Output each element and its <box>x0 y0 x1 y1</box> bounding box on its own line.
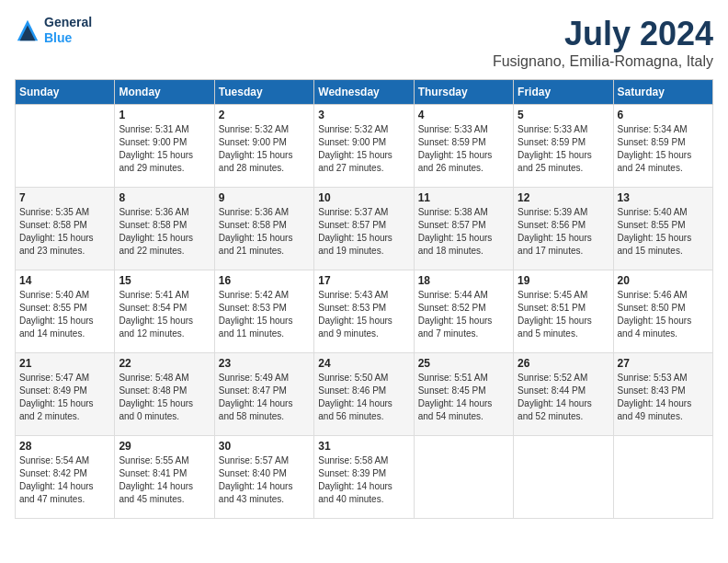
calendar-cell: 21Sunrise: 5:47 AMSunset: 8:49 PMDayligh… <box>16 353 115 436</box>
cell-info: Sunrise: 5:32 AMSunset: 9:00 PMDaylight:… <box>318 123 409 175</box>
calendar-cell: 24Sunrise: 5:50 AMSunset: 8:46 PMDayligh… <box>314 353 414 436</box>
calendar-cell: 30Sunrise: 5:57 AMSunset: 8:40 PMDayligh… <box>214 436 313 519</box>
calendar-cell: 9Sunrise: 5:36 AMSunset: 8:58 PMDaylight… <box>214 188 313 270</box>
cell-info: Sunrise: 5:33 AMSunset: 8:59 PMDaylight:… <box>418 123 509 175</box>
cell-info: Sunrise: 5:34 AMSunset: 8:59 PMDaylight:… <box>618 123 709 175</box>
calendar-cell: 12Sunrise: 5:39 AMSunset: 8:56 PMDayligh… <box>514 188 613 270</box>
calendar-cell: 7Sunrise: 5:35 AMSunset: 8:58 PMDaylight… <box>16 188 115 270</box>
calendar-cell: 15Sunrise: 5:41 AMSunset: 8:54 PMDayligh… <box>115 270 214 353</box>
calendar-cell: 14Sunrise: 5:40 AMSunset: 8:55 PMDayligh… <box>16 270 115 353</box>
day-number: 23 <box>219 357 310 370</box>
weekday-header-saturday: Saturday <box>613 80 712 105</box>
cell-info: Sunrise: 5:37 AMSunset: 8:57 PMDaylight:… <box>318 206 409 258</box>
cell-info: Sunrise: 5:36 AMSunset: 8:58 PMDaylight:… <box>219 206 310 258</box>
calendar-cell: 5Sunrise: 5:33 AMSunset: 8:59 PMDaylight… <box>514 105 613 188</box>
day-number: 24 <box>318 357 409 370</box>
calendar-cell <box>16 105 115 188</box>
day-number: 8 <box>119 191 210 204</box>
logo: General Blue <box>15 15 92 46</box>
day-number: 20 <box>618 274 709 287</box>
calendar-cell: 4Sunrise: 5:33 AMSunset: 8:59 PMDaylight… <box>414 105 513 188</box>
cell-info: Sunrise: 5:44 AMSunset: 8:52 PMDaylight:… <box>418 289 509 340</box>
cell-info: Sunrise: 5:54 AMSunset: 8:42 PMDaylight:… <box>19 454 110 506</box>
cell-info: Sunrise: 5:41 AMSunset: 8:54 PMDaylight:… <box>119 289 210 340</box>
calendar-cell: 18Sunrise: 5:44 AMSunset: 8:52 PMDayligh… <box>414 270 513 353</box>
calendar-cell: 8Sunrise: 5:36 AMSunset: 8:58 PMDaylight… <box>115 188 214 270</box>
logo-text: General Blue <box>44 15 92 46</box>
cell-info: Sunrise: 5:35 AMSunset: 8:58 PMDaylight:… <box>19 206 110 258</box>
weekday-header-tuesday: Tuesday <box>214 80 313 105</box>
cell-info: Sunrise: 5:51 AMSunset: 8:45 PMDaylight:… <box>418 372 509 423</box>
calendar-cell: 31Sunrise: 5:58 AMSunset: 8:39 PMDayligh… <box>314 436 414 519</box>
weekday-header-thursday: Thursday <box>414 80 513 105</box>
cell-info: Sunrise: 5:31 AMSunset: 9:00 PMDaylight:… <box>119 123 210 175</box>
calendar-cell: 23Sunrise: 5:49 AMSunset: 8:47 PMDayligh… <box>214 353 313 436</box>
calendar-cell: 26Sunrise: 5:52 AMSunset: 8:44 PMDayligh… <box>514 353 613 436</box>
cell-info: Sunrise: 5:46 AMSunset: 8:50 PMDaylight:… <box>618 289 709 340</box>
cell-info: Sunrise: 5:48 AMSunset: 8:48 PMDaylight:… <box>119 372 210 423</box>
day-number: 29 <box>119 440 210 453</box>
cell-info: Sunrise: 5:45 AMSunset: 8:51 PMDaylight:… <box>518 289 609 340</box>
cell-info: Sunrise: 5:42 AMSunset: 8:53 PMDaylight:… <box>219 289 310 340</box>
day-number: 15 <box>119 274 210 287</box>
cell-info: Sunrise: 5:58 AMSunset: 8:39 PMDaylight:… <box>318 454 409 506</box>
week-row-3: 21Sunrise: 5:47 AMSunset: 8:49 PMDayligh… <box>16 353 713 436</box>
calendar-cell: 20Sunrise: 5:46 AMSunset: 8:50 PMDayligh… <box>613 270 712 353</box>
cell-info: Sunrise: 5:49 AMSunset: 8:47 PMDaylight:… <box>219 372 310 423</box>
week-row-1: 7Sunrise: 5:35 AMSunset: 8:58 PMDaylight… <box>16 188 713 270</box>
day-number: 18 <box>418 274 509 287</box>
cell-info: Sunrise: 5:33 AMSunset: 8:59 PMDaylight:… <box>518 123 609 175</box>
day-number: 1 <box>119 109 210 121</box>
calendar-cell: 29Sunrise: 5:55 AMSunset: 8:41 PMDayligh… <box>115 436 214 519</box>
cell-info: Sunrise: 5:50 AMSunset: 8:46 PMDaylight:… <box>318 372 409 423</box>
day-number: 25 <box>418 357 509 370</box>
day-number: 9 <box>219 191 310 204</box>
week-row-4: 28Sunrise: 5:54 AMSunset: 8:42 PMDayligh… <box>16 436 713 519</box>
day-number: 30 <box>219 440 310 453</box>
day-number: 17 <box>318 274 409 287</box>
day-number: 16 <box>219 274 310 287</box>
weekday-header-friday: Friday <box>514 80 613 105</box>
calendar-table: SundayMondayTuesdayWednesdayThursdayFrid… <box>15 79 713 519</box>
week-row-0: 1Sunrise: 5:31 AMSunset: 9:00 PMDaylight… <box>16 105 713 188</box>
calendar-cell: 2Sunrise: 5:32 AMSunset: 9:00 PMDaylight… <box>214 105 313 188</box>
cell-info: Sunrise: 5:40 AMSunset: 8:55 PMDaylight:… <box>19 289 110 340</box>
header: General Blue July 2024 Fusignano, Emilia… <box>15 15 713 70</box>
cell-info: Sunrise: 5:43 AMSunset: 8:53 PMDaylight:… <box>318 289 409 340</box>
day-number: 13 <box>618 191 709 204</box>
cell-info: Sunrise: 5:38 AMSunset: 8:57 PMDaylight:… <box>418 206 509 258</box>
calendar-cell: 22Sunrise: 5:48 AMSunset: 8:48 PMDayligh… <box>115 353 214 436</box>
logo-icon <box>15 17 40 43</box>
calendar-cell: 1Sunrise: 5:31 AMSunset: 9:00 PMDaylight… <box>115 105 214 188</box>
month-title: July 2024 <box>493 15 713 53</box>
weekday-header-monday: Monday <box>115 80 214 105</box>
location-title: Fusignano, Emilia-Romagna, Italy <box>493 53 713 70</box>
calendar-cell: 28Sunrise: 5:54 AMSunset: 8:42 PMDayligh… <box>16 436 115 519</box>
calendar-cell: 17Sunrise: 5:43 AMSunset: 8:53 PMDayligh… <box>314 270 414 353</box>
day-number: 26 <box>518 357 609 370</box>
day-number: 14 <box>19 274 110 287</box>
day-number: 31 <box>318 440 409 453</box>
calendar-cell <box>514 436 613 519</box>
calendar-cell <box>613 436 712 519</box>
calendar-cell: 16Sunrise: 5:42 AMSunset: 8:53 PMDayligh… <box>214 270 313 353</box>
weekday-header-wednesday: Wednesday <box>314 80 414 105</box>
calendar-cell: 13Sunrise: 5:40 AMSunset: 8:55 PMDayligh… <box>613 188 712 270</box>
day-number: 7 <box>19 191 110 204</box>
weekday-header-sunday: Sunday <box>16 80 115 105</box>
weekday-header-row: SundayMondayTuesdayWednesdayThursdayFrid… <box>16 80 713 105</box>
cell-info: Sunrise: 5:32 AMSunset: 9:00 PMDaylight:… <box>219 123 310 175</box>
day-number: 12 <box>518 191 609 204</box>
title-area: July 2024 Fusignano, Emilia-Romagna, Ita… <box>493 15 713 70</box>
day-number: 19 <box>518 274 609 287</box>
day-number: 28 <box>19 440 110 453</box>
calendar-cell: 10Sunrise: 5:37 AMSunset: 8:57 PMDayligh… <box>314 188 414 270</box>
day-number: 10 <box>318 191 409 204</box>
calendar-cell: 11Sunrise: 5:38 AMSunset: 8:57 PMDayligh… <box>414 188 513 270</box>
cell-info: Sunrise: 5:36 AMSunset: 8:58 PMDaylight:… <box>119 206 210 258</box>
day-number: 5 <box>518 109 609 121</box>
cell-info: Sunrise: 5:53 AMSunset: 8:43 PMDaylight:… <box>618 372 709 423</box>
cell-info: Sunrise: 5:40 AMSunset: 8:55 PMDaylight:… <box>618 206 709 258</box>
calendar-cell <box>414 436 513 519</box>
day-number: 22 <box>119 357 210 370</box>
